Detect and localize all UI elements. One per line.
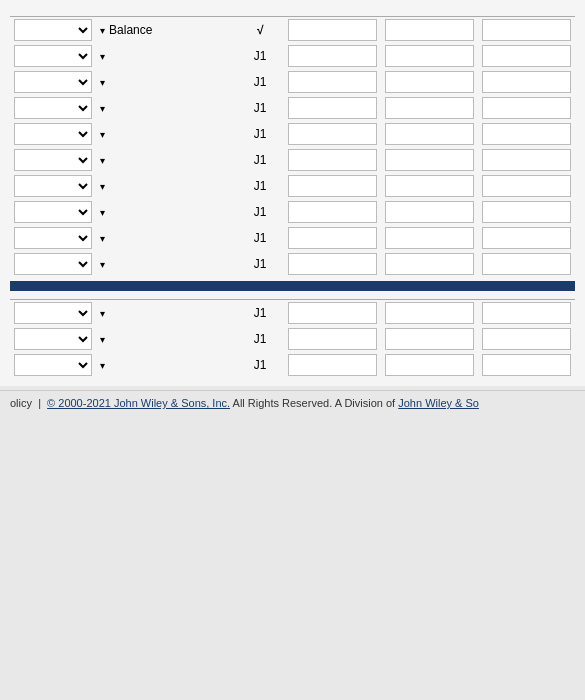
credit-input[interactable] xyxy=(385,19,474,41)
credit-input[interactable] xyxy=(385,201,474,223)
chevron-down-icon: ▾ xyxy=(100,51,105,62)
debit-input[interactable] xyxy=(288,123,377,145)
ar-date-select[interactable] xyxy=(14,302,92,324)
footer-copyright[interactable]: © 2000-2021 John Wiley & Sons, Inc. xyxy=(47,397,230,409)
credit-cell xyxy=(381,147,478,173)
ar-balance-input[interactable] xyxy=(482,328,571,350)
credit-input[interactable] xyxy=(385,227,474,249)
ar-col-header-credit xyxy=(381,291,478,300)
ref-cell: J1 xyxy=(236,147,284,173)
balance-input[interactable] xyxy=(482,253,571,275)
col-header-credit xyxy=(381,8,478,17)
balance-input[interactable] xyxy=(482,149,571,171)
credit-cell xyxy=(381,225,478,251)
balance-input[interactable] xyxy=(482,123,571,145)
ar-balance-input[interactable] xyxy=(482,302,571,324)
date-select[interactable] xyxy=(14,227,92,249)
ar-credit-input[interactable] xyxy=(385,328,474,350)
date-select[interactable] xyxy=(14,123,92,145)
explanation-cell: ▾ xyxy=(96,173,236,199)
table-row: ▾J1 xyxy=(10,95,575,121)
date-select[interactable] xyxy=(14,45,92,67)
col-header-balance xyxy=(478,8,575,17)
debit-input[interactable] xyxy=(288,45,377,67)
ar-balance-cell xyxy=(478,300,575,327)
chevron-down-icon: ▾ xyxy=(100,103,105,114)
credit-cell xyxy=(381,95,478,121)
ar-debit-input[interactable] xyxy=(288,302,377,324)
ar-credit-input[interactable] xyxy=(385,354,474,376)
balance-input[interactable] xyxy=(482,97,571,119)
ref-cell: √ xyxy=(236,17,284,44)
ar-date-select[interactable] xyxy=(14,328,92,350)
chevron-down-icon: ▾ xyxy=(100,259,105,270)
debit-cell xyxy=(284,43,381,69)
ar-explanation-cell: ▾ xyxy=(96,326,236,352)
debit-input[interactable] xyxy=(288,253,377,275)
table-row: ▾J1 xyxy=(10,326,575,352)
credit-input[interactable] xyxy=(385,45,474,67)
ref-cell: J1 xyxy=(236,121,284,147)
credit-input[interactable] xyxy=(385,123,474,145)
ar-debit-input[interactable] xyxy=(288,354,377,376)
debit-input[interactable] xyxy=(288,149,377,171)
date-cell xyxy=(10,69,96,95)
balance-input[interactable] xyxy=(482,175,571,197)
date-select[interactable] xyxy=(14,19,92,41)
balance-cell xyxy=(478,17,575,44)
balance-input[interactable] xyxy=(482,45,571,67)
balance-input[interactable] xyxy=(482,201,571,223)
chevron-down-icon: ▾ xyxy=(100,334,105,345)
date-select[interactable] xyxy=(14,201,92,223)
explanation-cell: ▾ xyxy=(96,225,236,251)
date-select[interactable] xyxy=(14,97,92,119)
footer-policy[interactable]: olicy xyxy=(10,397,32,409)
date-select[interactable] xyxy=(14,71,92,93)
credit-input[interactable] xyxy=(385,253,474,275)
chevron-down-icon: ▾ xyxy=(100,129,105,140)
balance-input[interactable] xyxy=(482,227,571,249)
balance-input[interactable] xyxy=(482,71,571,93)
credit-input[interactable] xyxy=(385,71,474,93)
ar-date-select[interactable] xyxy=(14,354,92,376)
chevron-down-icon: ▾ xyxy=(100,155,105,166)
table-row: ▾J1 xyxy=(10,43,575,69)
credit-input[interactable] xyxy=(385,149,474,171)
date-select[interactable] xyxy=(14,253,92,275)
ref-cell: J1 xyxy=(236,69,284,95)
footer-wiley-link[interactable]: John Wiley & So xyxy=(398,397,479,409)
chevron-down-icon: ▾ xyxy=(100,308,105,319)
explanation-cell: ▾ xyxy=(96,199,236,225)
footer: olicy | © 2000-2021 John Wiley & Sons, I… xyxy=(0,390,585,415)
date-select[interactable] xyxy=(14,149,92,171)
ar-ref-cell: J1 xyxy=(236,352,284,378)
debit-input[interactable] xyxy=(288,19,377,41)
credit-input[interactable] xyxy=(385,175,474,197)
balance-cell xyxy=(478,43,575,69)
balance-cell xyxy=(478,251,575,277)
debit-input[interactable] xyxy=(288,227,377,249)
accounts-receivable-table: ▾J1▾J1▾J1 xyxy=(10,291,575,378)
debit-input[interactable] xyxy=(288,97,377,119)
date-select[interactable] xyxy=(14,175,92,197)
debit-input[interactable] xyxy=(288,175,377,197)
ref-cell: J1 xyxy=(236,43,284,69)
ref-cell: J1 xyxy=(236,251,284,277)
balance-input[interactable] xyxy=(482,19,571,41)
chevron-down-icon: ▾ xyxy=(100,207,105,218)
chevron-down-icon: ▾ xyxy=(100,233,105,244)
ar-debit-input[interactable] xyxy=(288,328,377,350)
debit-input[interactable] xyxy=(288,71,377,93)
explanation-wrapper: ▾Balance xyxy=(100,23,232,37)
explanation-cell: ▾ xyxy=(96,147,236,173)
ar-balance-input[interactable] xyxy=(482,354,571,376)
ledger-container: ▾Balance√▾J1▾J1▾J1▾J1▾J1▾J1▾J1▾J1▾J1 ▾J1… xyxy=(0,0,585,386)
date-cell xyxy=(10,251,96,277)
table-row: ▾Balance√ xyxy=(10,17,575,44)
col-header-debit xyxy=(284,8,381,17)
ar-explanation-cell: ▾ xyxy=(96,352,236,378)
ar-credit-input[interactable] xyxy=(385,302,474,324)
date-cell xyxy=(10,43,96,69)
debit-input[interactable] xyxy=(288,201,377,223)
credit-input[interactable] xyxy=(385,97,474,119)
